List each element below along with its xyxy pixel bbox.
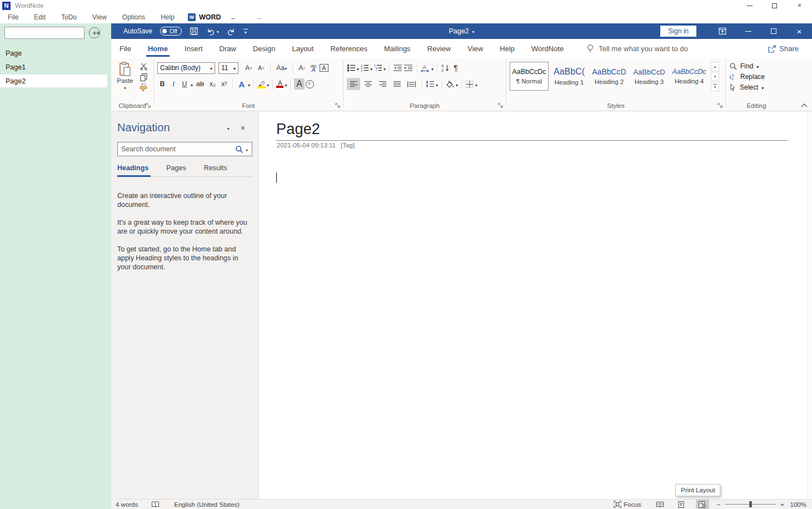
enclose-characters-button[interactable]: 〒: [306, 80, 314, 88]
tell-me-box[interactable]: Tell me what you want to do: [586, 44, 688, 53]
copy-button[interactable]: [139, 73, 148, 81]
style-heading3[interactable]: AaBbCcD Heading 3: [630, 62, 669, 91]
tab-insert[interactable]: Insert: [176, 39, 211, 58]
nav-tab-pages[interactable]: Pages: [166, 164, 190, 176]
read-mode-button[interactable]: [654, 500, 667, 509]
numbering-button[interactable]: 1 2 3: [360, 63, 369, 72]
customize-qat-button[interactable]: [243, 29, 248, 34]
cut-button[interactable]: [139, 62, 148, 71]
word-close-button[interactable]: ×: [786, 23, 812, 39]
word-maximize-button[interactable]: [761, 23, 786, 39]
bold-button[interactable]: B: [157, 79, 167, 89]
borders-dropdown-icon[interactable]: [475, 79, 477, 89]
decrease-indent-button[interactable]: [393, 64, 402, 72]
font-dialog-launcher[interactable]: [335, 103, 341, 108]
sign-in-button[interactable]: Sign in: [660, 26, 696, 37]
asian-layout-dropdown-icon[interactable]: [431, 63, 434, 73]
tab-mailings[interactable]: Mailings: [376, 39, 419, 58]
style-normal[interactable]: AaBbCcDc ¶ Normal: [510, 62, 549, 91]
menu-todo[interactable]: ToDo: [53, 13, 84, 21]
shrink-font-button[interactable]: A˅: [256, 63, 267, 72]
line-spacing-dropdown-icon[interactable]: [436, 79, 438, 89]
app-maximize-button[interactable]: [762, 0, 787, 11]
word-document-tab[interactable]: W WORD: [188, 13, 221, 21]
sidebar-search-input[interactable]: [5, 28, 93, 38]
highlight-dropdown-icon[interactable]: [267, 79, 269, 89]
paragraph-dialog-launcher[interactable]: [498, 103, 504, 108]
paste-dropdown-icon[interactable]: [124, 84, 126, 91]
word-count[interactable]: 4 words: [111, 501, 145, 508]
back-arrow-button[interactable]: ←: [221, 13, 246, 22]
web-layout-button[interactable]: [696, 500, 709, 509]
menu-edit[interactable]: Edit: [26, 13, 53, 21]
increase-indent-button[interactable]: [403, 64, 413, 72]
multilevel-dropdown-icon[interactable]: [383, 63, 386, 73]
menu-view[interactable]: View: [84, 13, 114, 21]
italic-button[interactable]: I: [168, 79, 178, 90]
styles-scroll-down-button[interactable]: ▾: [711, 72, 719, 81]
navigation-close-button[interactable]: ×: [235, 123, 251, 132]
text-effects-button[interactable]: A: [236, 78, 247, 90]
format-painter-button[interactable]: [139, 83, 148, 92]
show-formatting-marks-button[interactable]: ¶: [451, 62, 461, 73]
ribbon-display-options-button[interactable]: [710, 23, 735, 39]
forward-arrow-button[interactable]: →: [246, 13, 271, 22]
document-title-dropdown[interactable]: Page2: [449, 27, 474, 35]
tab-file[interactable]: File: [111, 39, 140, 58]
proofing-status-button[interactable]: [145, 501, 166, 508]
page-list-item-selected[interactable]: Page2: [0, 75, 107, 87]
navigation-search-input[interactable]: [118, 145, 235, 153]
bullets-dropdown-icon[interactable]: [357, 63, 359, 73]
focus-mode-button[interactable]: Focus: [607, 501, 647, 508]
character-shading-button[interactable]: A: [294, 78, 305, 90]
tab-review[interactable]: Review: [419, 39, 460, 58]
distribute-button[interactable]: [405, 78, 418, 90]
menu-help[interactable]: Help: [153, 13, 182, 21]
asian-layout-button[interactable]: A: [420, 64, 430, 72]
tab-help[interactable]: Help: [491, 39, 523, 58]
select-button[interactable]: Select: [729, 83, 765, 91]
zoom-level[interactable]: 100%: [790, 501, 812, 508]
nav-tab-results[interactable]: Results: [204, 164, 232, 176]
character-border-button[interactable]: A: [320, 64, 328, 72]
multilevel-list-button[interactable]: 1 a i: [373, 63, 382, 72]
font-size-select[interactable]: 11: [218, 62, 238, 74]
change-case-button[interactable]: Aa: [274, 63, 289, 73]
tab-home[interactable]: Home: [140, 39, 176, 58]
style-heading1[interactable]: AaBbC( Heading 1: [550, 62, 589, 91]
text-highlight-button[interactable]: [257, 80, 266, 88]
document-tag[interactable]: [Tag]: [341, 142, 355, 149]
page-list-item[interactable]: Page: [0, 47, 111, 60]
word-minimize-button[interactable]: [735, 23, 761, 39]
zoom-in-button[interactable]: +: [780, 501, 784, 508]
autosave-toggle[interactable]: Off: [160, 27, 182, 36]
sort-button[interactable]: A Z: [441, 63, 450, 72]
paste-button[interactable]: Paste: [114, 61, 136, 100]
print-layout-button[interactable]: [675, 500, 688, 509]
styles-gallery-more-button[interactable]: ▾: [711, 82, 719, 91]
app-close-button[interactable]: ×: [787, 0, 812, 11]
bullets-button[interactable]: [347, 63, 356, 72]
document-vertical-scrollbar[interactable]: [807, 111, 812, 499]
add-page-button[interactable]: +: [89, 27, 100, 38]
menu-file[interactable]: File: [0, 13, 26, 21]
superscript-button[interactable]: x²: [219, 79, 229, 89]
clear-formatting-button[interactable]: A◊: [296, 63, 307, 73]
tab-layout[interactable]: Layout: [283, 39, 322, 58]
document-title-text[interactable]: Page2: [276, 121, 320, 138]
clipboard-dialog-launcher[interactable]: [146, 103, 151, 108]
tab-wordnote[interactable]: WordNote: [523, 39, 572, 58]
menu-options[interactable]: Options: [114, 13, 153, 21]
tab-references[interactable]: References: [322, 39, 375, 58]
text-effects-dropdown-icon[interactable]: [248, 79, 250, 89]
numbering-dropdown-icon[interactable]: [370, 63, 372, 73]
replace-button[interactable]: b c Replace: [729, 73, 765, 81]
underline-button[interactable]: U: [180, 79, 190, 89]
borders-button[interactable]: [465, 80, 474, 88]
line-spacing-button[interactable]: [425, 80, 435, 88]
find-button[interactable]: Find: [729, 62, 765, 70]
share-button[interactable]: Share: [762, 42, 804, 55]
font-color-button[interactable]: A: [276, 80, 283, 88]
tab-design[interactable]: Design: [245, 39, 283, 58]
shading-button[interactable]: [445, 80, 455, 88]
